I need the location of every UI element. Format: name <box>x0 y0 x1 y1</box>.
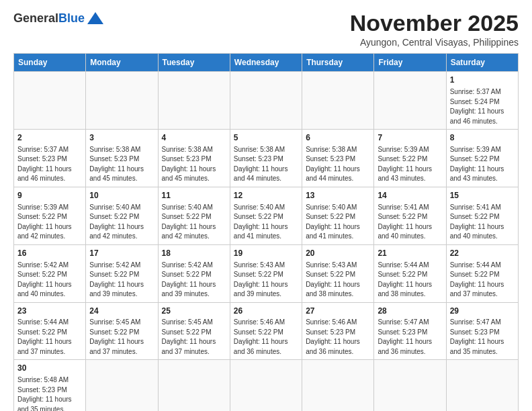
day-info: Sunrise: 5:46 AMSunset: 5:23 PMDaylight:… <box>306 318 370 357</box>
calendar-day-empty <box>86 360 158 411</box>
title-section: November 2025 Ayungon, Central Visayas, … <box>350 11 519 48</box>
location-title: Ayungon, Central Visayas, Philippines <box>350 37 519 48</box>
day-info: Sunrise: 5:46 AMSunset: 5:22 PMDaylight:… <box>234 318 298 357</box>
page-header: General Blue November 2025 Ayungon, Cent… <box>13 11 519 48</box>
calendar-day-1: 1Sunrise: 5:37 AMSunset: 5:24 PMDaylight… <box>446 72 518 130</box>
day-info: Sunrise: 5:39 AMSunset: 5:22 PMDaylight:… <box>450 145 515 184</box>
calendar-day-30: 30Sunrise: 5:48 AMSunset: 5:23 PMDayligh… <box>14 360 86 411</box>
day-info: Sunrise: 5:42 AMSunset: 5:22 PMDaylight:… <box>17 261 82 300</box>
calendar-day-21: 21Sunrise: 5:44 AMSunset: 5:22 PMDayligh… <box>374 244 446 302</box>
calendar-day-12: 12Sunrise: 5:40 AMSunset: 5:22 PMDayligh… <box>230 187 302 244</box>
calendar-day-empty <box>14 72 86 130</box>
calendar-day-15: 15Sunrise: 5:41 AMSunset: 5:22 PMDayligh… <box>446 187 518 244</box>
day-number: 23 <box>17 306 82 317</box>
calendar-day-29: 29Sunrise: 5:47 AMSunset: 5:23 PMDayligh… <box>446 302 518 360</box>
day-number: 8 <box>450 132 515 144</box>
weekday-header-monday: Monday <box>86 54 158 72</box>
calendar-day-25: 25Sunrise: 5:45 AMSunset: 5:22 PMDayligh… <box>158 302 230 360</box>
calendar-day-28: 28Sunrise: 5:47 AMSunset: 5:23 PMDayligh… <box>374 302 446 360</box>
calendar-day-empty <box>158 72 230 130</box>
day-number: 19 <box>234 248 298 259</box>
calendar-day-22: 22Sunrise: 5:44 AMSunset: 5:22 PMDayligh… <box>446 244 518 302</box>
day-number: 13 <box>306 190 370 201</box>
calendar-day-empty <box>374 72 446 130</box>
calendar-row: 30Sunrise: 5:48 AMSunset: 5:23 PMDayligh… <box>14 360 519 411</box>
calendar-day-20: 20Sunrise: 5:43 AMSunset: 5:22 PMDayligh… <box>302 244 374 302</box>
day-number: 14 <box>378 190 442 201</box>
calendar-row: 2Sunrise: 5:37 AMSunset: 5:23 PMDaylight… <box>14 130 519 187</box>
calendar-row: 1Sunrise: 5:37 AMSunset: 5:24 PMDaylight… <box>14 72 519 130</box>
calendar-day-empty <box>158 360 230 411</box>
day-number: 2 <box>17 132 82 144</box>
day-number: 29 <box>450 306 515 317</box>
day-number: 9 <box>17 190 82 201</box>
calendar-day-14: 14Sunrise: 5:41 AMSunset: 5:22 PMDayligh… <box>374 187 446 244</box>
calendar-day-2: 2Sunrise: 5:37 AMSunset: 5:23 PMDaylight… <box>14 130 86 187</box>
calendar-day-empty <box>446 360 518 411</box>
day-info: Sunrise: 5:38 AMSunset: 5:23 PMDaylight:… <box>234 145 298 184</box>
weekday-header-saturday: Saturday <box>446 54 518 72</box>
calendar-day-6: 6Sunrise: 5:38 AMSunset: 5:23 PMDaylight… <box>302 130 374 187</box>
day-number: 17 <box>89 248 154 259</box>
calendar-day-empty <box>302 360 374 411</box>
day-number: 4 <box>162 132 226 144</box>
day-info: Sunrise: 5:38 AMSunset: 5:23 PMDaylight:… <box>306 145 370 184</box>
logo-icon <box>86 11 105 26</box>
day-info: Sunrise: 5:42 AMSunset: 5:22 PMDaylight:… <box>89 261 154 300</box>
day-number: 30 <box>17 363 82 374</box>
day-number: 7 <box>378 132 442 144</box>
weekday-header-friday: Friday <box>374 54 446 72</box>
day-number: 28 <box>378 306 442 317</box>
logo: General Blue <box>13 11 105 26</box>
logo-general-text: General <box>13 11 58 26</box>
day-info: Sunrise: 5:44 AMSunset: 5:22 PMDaylight:… <box>450 261 515 300</box>
day-info: Sunrise: 5:45 AMSunset: 5:22 PMDaylight:… <box>162 318 226 357</box>
day-info: Sunrise: 5:39 AMSunset: 5:22 PMDaylight:… <box>378 145 442 184</box>
calendar-day-8: 8Sunrise: 5:39 AMSunset: 5:22 PMDaylight… <box>446 130 518 187</box>
calendar-day-26: 26Sunrise: 5:46 AMSunset: 5:22 PMDayligh… <box>230 302 302 360</box>
day-number: 3 <box>89 132 154 144</box>
calendar-row: 9Sunrise: 5:39 AMSunset: 5:22 PMDaylight… <box>14 187 519 244</box>
day-info: Sunrise: 5:37 AMSunset: 5:24 PMDaylight:… <box>450 87 515 126</box>
calendar-day-17: 17Sunrise: 5:42 AMSunset: 5:22 PMDayligh… <box>86 244 158 302</box>
calendar-day-24: 24Sunrise: 5:45 AMSunset: 5:22 PMDayligh… <box>86 302 158 360</box>
day-info: Sunrise: 5:41 AMSunset: 5:22 PMDaylight:… <box>450 203 515 242</box>
day-info: Sunrise: 5:40 AMSunset: 5:22 PMDaylight:… <box>306 203 370 242</box>
calendar-row: 23Sunrise: 5:44 AMSunset: 5:22 PMDayligh… <box>14 302 519 360</box>
weekday-header-thursday: Thursday <box>302 54 374 72</box>
calendar-day-empty <box>302 72 374 130</box>
calendar-body: 1Sunrise: 5:37 AMSunset: 5:24 PMDaylight… <box>14 72 519 411</box>
day-number: 1 <box>450 75 515 86</box>
calendar-day-empty <box>86 72 158 130</box>
calendar-day-4: 4Sunrise: 5:38 AMSunset: 5:23 PMDaylight… <box>158 130 230 187</box>
calendar-day-18: 18Sunrise: 5:42 AMSunset: 5:22 PMDayligh… <box>158 244 230 302</box>
weekday-header-row: SundayMondayTuesdayWednesdayThursdayFrid… <box>14 54 519 72</box>
day-info: Sunrise: 5:39 AMSunset: 5:22 PMDaylight:… <box>17 203 82 242</box>
day-info: Sunrise: 5:40 AMSunset: 5:22 PMDaylight:… <box>234 203 298 242</box>
day-number: 20 <box>306 248 370 259</box>
day-number: 24 <box>89 306 154 317</box>
day-info: Sunrise: 5:41 AMSunset: 5:22 PMDaylight:… <box>378 203 442 242</box>
svg-marker-0 <box>87 12 103 24</box>
day-info: Sunrise: 5:48 AMSunset: 5:23 PMDaylight:… <box>17 375 82 411</box>
day-number: 22 <box>450 248 515 259</box>
day-info: Sunrise: 5:47 AMSunset: 5:23 PMDaylight:… <box>450 318 515 357</box>
calendar-day-10: 10Sunrise: 5:40 AMSunset: 5:22 PMDayligh… <box>86 187 158 244</box>
day-info: Sunrise: 5:44 AMSunset: 5:22 PMDaylight:… <box>17 318 82 357</box>
calendar-day-empty <box>230 360 302 411</box>
day-info: Sunrise: 5:42 AMSunset: 5:22 PMDaylight:… <box>162 261 226 300</box>
calendar-row: 16Sunrise: 5:42 AMSunset: 5:22 PMDayligh… <box>14 244 519 302</box>
day-info: Sunrise: 5:38 AMSunset: 5:23 PMDaylight:… <box>162 145 226 184</box>
day-number: 16 <box>17 248 82 259</box>
day-info: Sunrise: 5:38 AMSunset: 5:23 PMDaylight:… <box>89 145 154 184</box>
calendar-day-9: 9Sunrise: 5:39 AMSunset: 5:22 PMDaylight… <box>14 187 86 244</box>
day-info: Sunrise: 5:43 AMSunset: 5:22 PMDaylight:… <box>234 261 298 300</box>
calendar-day-empty <box>374 360 446 411</box>
day-number: 5 <box>234 132 298 144</box>
calendar-table: SundayMondayTuesdayWednesdayThursdayFrid… <box>13 53 519 411</box>
day-number: 18 <box>162 248 226 259</box>
calendar-day-23: 23Sunrise: 5:44 AMSunset: 5:22 PMDayligh… <box>14 302 86 360</box>
day-number: 12 <box>234 190 298 201</box>
day-info: Sunrise: 5:47 AMSunset: 5:23 PMDaylight:… <box>378 318 442 357</box>
month-title: November 2025 <box>350 11 519 36</box>
